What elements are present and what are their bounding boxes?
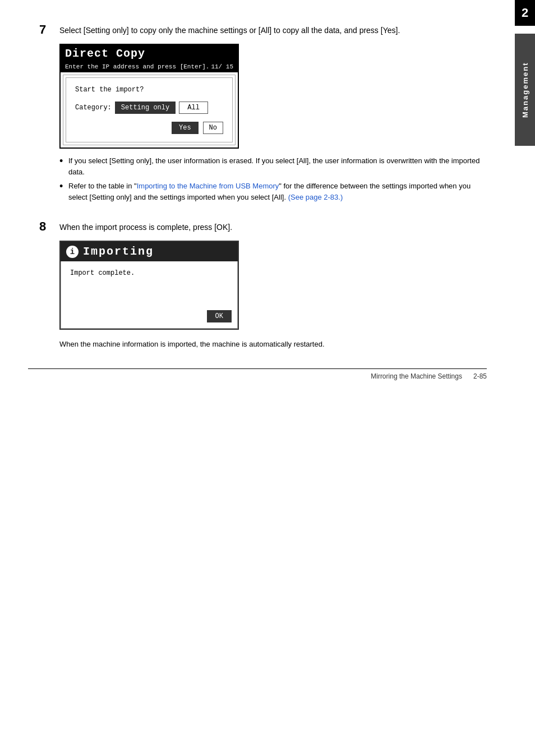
direct-copy-screen: Direct Copy Enter the IP address and pre…	[59, 44, 239, 149]
importing-icon: i	[66, 246, 79, 258]
management-label: Management	[521, 62, 529, 117]
step-7-section: 7 Select [Setting only] to copy only the…	[39, 22, 487, 202]
bullet-dot-2: •	[59, 181, 68, 191]
step-8-number: 8	[39, 219, 56, 234]
step-8-header: 8 When the import process is complete, p…	[39, 219, 487, 234]
usb-memory-link[interactable]: Importing to the Machine from USB Memory	[137, 182, 279, 190]
management-side-tab: Management	[515, 34, 535, 146]
screen-page-indicator: 11/ 15	[211, 63, 233, 70]
importing-title: Importing	[83, 245, 154, 258]
screen-title-bar: Direct Copy	[61, 45, 238, 62]
import-complete-text: Import complete.	[70, 269, 135, 277]
screen-body: Start the import? Category: Setting only…	[66, 77, 233, 142]
setting-only-button[interactable]: Setting only	[115, 102, 176, 114]
chapter-number: 2	[522, 6, 528, 20]
screen-category-row: Category: Setting only All	[75, 102, 223, 114]
footer-page-number: 2-85	[473, 372, 487, 380]
step-7-text: Select [Setting only] to copy only the m…	[59, 22, 400, 36]
page-footer: Mirroring the Machine Settings 2-85	[371, 372, 487, 380]
bullet-1: • If you select [Setting only], the user…	[59, 155, 487, 177]
bullet-text-2: Refer to the table in "Importing to the …	[68, 181, 487, 202]
importing-body: Import complete. OK	[61, 261, 238, 329]
chapter-number-tab: 2	[515, 0, 535, 26]
importing-screen: i Importing Import complete. OK	[59, 241, 239, 330]
no-button[interactable]: No	[203, 122, 223, 134]
category-label: Category:	[75, 104, 112, 112]
bullet-text-1: If you select [Setting only], the user i…	[68, 155, 487, 177]
info-icon-symbol: i	[70, 247, 75, 256]
step-8-text: When the import process is complete, pre…	[59, 219, 232, 233]
step-7-bullets: • If you select [Setting only], the user…	[59, 155, 487, 202]
importing-header-bar: i Importing	[61, 242, 238, 261]
bottom-rule	[28, 368, 487, 369]
screen-title: Direct Copy	[65, 47, 233, 60]
ok-button[interactable]: OK	[207, 310, 232, 322]
main-content: 7 Select [Setting only] to copy only the…	[0, 0, 515, 389]
step-8-section: 8 When the import process is complete, p…	[39, 219, 487, 350]
bullet-dot-1: •	[59, 156, 68, 166]
screen-sub-header: Enter the IP address and press [Enter]. …	[61, 62, 238, 72]
step-7-number: 7	[39, 22, 56, 37]
bullet-2: • Refer to the table in "Importing to th…	[59, 181, 487, 202]
screen-confirm-buttons: Yes No	[75, 122, 223, 134]
screen-subtitle: Enter the IP address and press [Enter].	[65, 63, 209, 70]
page-ref: (See page 2-83.)	[288, 193, 343, 201]
yes-button[interactable]: Yes	[172, 122, 199, 134]
step-7-header: 7 Select [Setting only] to copy only the…	[39, 22, 487, 37]
screen-question: Start the import?	[75, 86, 223, 94]
all-button[interactable]: All	[179, 102, 208, 114]
footer-section-title: Mirroring the Machine Settings	[371, 372, 462, 380]
footer-note: When the machine information is imported…	[59, 339, 487, 350]
